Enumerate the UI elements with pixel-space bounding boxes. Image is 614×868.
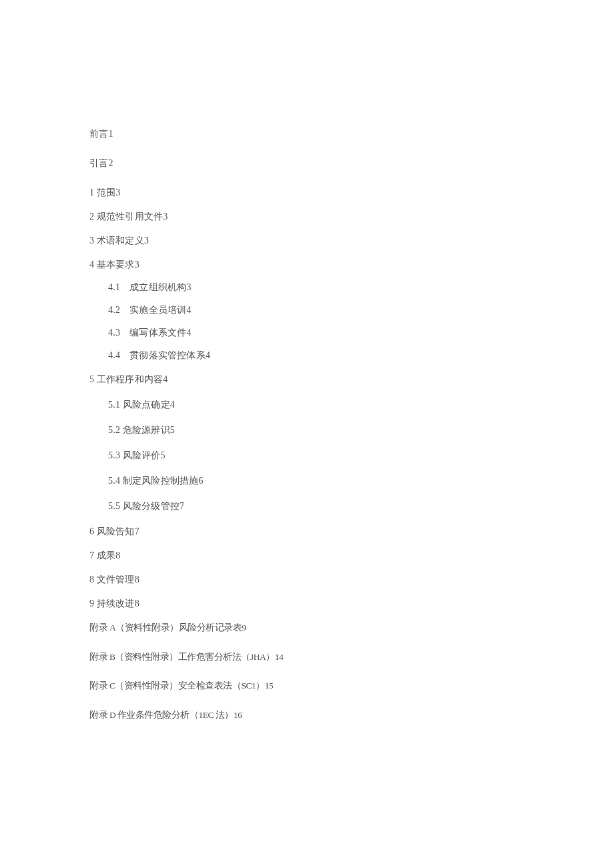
toc-entry: 4.2 实施全员培训 4: [89, 306, 527, 315]
toc-entry-page: 5: [161, 451, 527, 460]
toc-entry: 8 文件管理 8: [89, 575, 527, 584]
toc-entry-page: 3: [163, 212, 527, 222]
toc-entry-title: 4.2 实施全员培训: [108, 306, 187, 315]
document-page: 前言 1引言 21 范围 32 规范性引用文件 33 术语和定义 34 基本要求…: [0, 0, 614, 719]
toc-entry-title: 7 成果: [89, 551, 115, 560]
toc-entry-title: 8 文件管理: [89, 575, 135, 584]
toc-entry-title: 附录 B（资料性附录）工作危害分析法（JHA）: [89, 653, 275, 662]
toc-entry-page: 15: [265, 681, 527, 691]
toc-entry-title: 5.5 风险分级管控: [108, 502, 180, 511]
toc-entry: 附录 C（资料性附录）安全检查表法（SC1）15: [89, 681, 527, 691]
toc-entry-title: 5 工作程序和内容: [89, 375, 163, 384]
toc-entry: 引言 2: [89, 159, 527, 168]
toc-entry-page: 4: [206, 351, 527, 360]
toc-entry: 附录 A（资料性附录）风险分析记录表 9: [89, 623, 527, 632]
toc-entry: 9 持续改进 8: [89, 599, 527, 608]
toc-entry: 4.1 成立组织机构 3: [89, 283, 527, 292]
toc-entry-title: 2 规范性引用文件: [89, 212, 163, 222]
toc-entry-title: 5.3 风险评价: [108, 451, 161, 460]
toc-entry-title: 9 持续改进: [89, 599, 135, 608]
toc-entry-page: 8: [135, 599, 527, 608]
toc-entry: 前言 1: [89, 129, 527, 139]
toc-entry-page: 2: [108, 159, 527, 168]
toc-entry-page: 3: [135, 260, 527, 270]
toc-entry-title: 5.2 危险源辨识: [108, 426, 170, 435]
toc-entry: 附录 B（资料性附录）工作危害分析法（JHA） 14: [89, 653, 527, 662]
toc-entry: 附录 D 作业条件危险分析（1EC 法） 16: [89, 711, 527, 720]
toc-entry-title: 4.4 贯彻落实管控体系: [108, 351, 206, 360]
toc-entry: 5.2 危险源辨识 5: [89, 426, 527, 435]
toc-entry-title: 4 基本要求: [89, 260, 135, 270]
toc-entry-page: 16: [234, 711, 527, 720]
toc-entry-page: 14: [275, 653, 527, 662]
toc-entry-title: 4.1 成立组织机构: [108, 283, 187, 292]
toc-entry-page: 9: [242, 623, 527, 632]
toc-entry-title: 附录 C（资料性附录）安全检查表法（SC1）: [89, 681, 265, 691]
toc-entry-page: 8: [115, 551, 527, 560]
toc-entry-title: 4.3 编写体系文件: [108, 328, 187, 338]
toc-entry: 5.3 风险评价 5: [89, 451, 527, 460]
toc-entry-page: 3: [187, 283, 528, 292]
toc-entry: 7 成果 8: [89, 551, 527, 560]
toc-entry: 6 风险告知 7: [89, 527, 527, 536]
toc-entry-title: 3 术语和定义: [89, 236, 144, 246]
toc-entry-page: 8: [135, 575, 527, 584]
toc-entry-page: 7: [135, 527, 527, 536]
toc-entry: 1 范围 3: [89, 188, 527, 197]
toc-entry-page: 4: [163, 375, 527, 384]
toc-entry-title: 前言: [89, 129, 108, 139]
toc-entry-page: 5: [170, 426, 527, 435]
toc-entry: 2 规范性引用文件 3: [89, 212, 527, 222]
toc-entry: 4 基本要求 3: [89, 260, 527, 270]
toc-entry-title: 附录 A（资料性附录）风险分析记录表: [89, 623, 242, 632]
toc-entry: 3 术语和定义 3: [89, 236, 527, 246]
toc-entry-title: 6 风险告知: [89, 527, 135, 536]
toc-entry-page: 4: [187, 328, 528, 338]
toc-entry-title: 附录 D 作业条件危险分析（1EC 法）: [89, 711, 234, 720]
toc-entry: 5.1 风险点确定 4: [89, 400, 527, 410]
toc-entry-title: 1 范围: [89, 188, 115, 197]
toc-entry: 4.3 编写体系文件 4: [89, 328, 527, 338]
table-of-contents: 前言 1引言 21 范围 32 规范性引用文件 33 术语和定义 34 基本要求…: [89, 129, 527, 719]
toc-entry-page: 6: [198, 476, 527, 486]
toc-entry-page: 1: [108, 129, 527, 139]
toc-entry-title: 引言: [89, 159, 108, 168]
toc-entry-page: 3: [144, 236, 527, 246]
toc-entry-page: 3: [115, 188, 527, 197]
toc-entry: 5.4 制定风险控制措施 6: [89, 476, 527, 486]
toc-entry-title: 5.1 风险点确定: [108, 400, 170, 410]
toc-entry-title: 5.4 制定风险控制措施: [108, 476, 198, 486]
toc-entry: 5.5 风险分级管控 7: [89, 502, 527, 511]
toc-entry-page: 4: [170, 400, 527, 410]
toc-entry-page: 4: [187, 306, 528, 315]
toc-entry: 5 工作程序和内容 4: [89, 375, 527, 384]
toc-entry: 4.4 贯彻落实管控体系 4: [89, 351, 527, 360]
toc-entry-page: 7: [180, 502, 527, 511]
